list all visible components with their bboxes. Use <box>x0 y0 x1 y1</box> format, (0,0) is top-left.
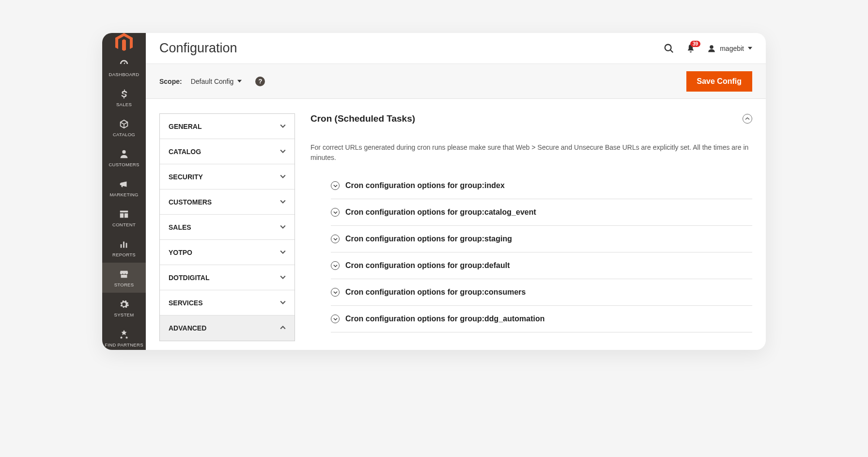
expand-icon <box>331 315 340 323</box>
sidebar-item-customers[interactable]: CUSTOMERS <box>102 142 146 173</box>
page-header: Configuration 39 magebi <box>146 33 766 64</box>
box-icon <box>119 118 129 130</box>
scope-help-button[interactable]: ? <box>255 77 265 86</box>
svg-rect-3 <box>124 213 128 218</box>
layout-icon <box>119 208 129 220</box>
svg-point-0 <box>122 150 125 153</box>
expand-icon <box>331 208 340 217</box>
scope-select[interactable]: Default Config <box>191 78 242 85</box>
cron-group-row[interactable]: Cron configuration options for group:def… <box>331 252 752 279</box>
expand-icon <box>331 235 340 243</box>
chevron-down-icon <box>333 237 338 241</box>
cron-group-row[interactable]: Cron configuration options for group:sta… <box>331 226 752 252</box>
sidebar-item-label: CONTENT <box>112 222 136 227</box>
sidebar-item-catalog[interactable]: CATALOG <box>102 112 146 142</box>
chevron-down-icon <box>333 210 338 215</box>
svg-point-9 <box>710 45 713 49</box>
svg-rect-1 <box>120 210 128 212</box>
search-button[interactable] <box>664 43 674 54</box>
config-nav-label: CUSTOMERS <box>169 198 212 206</box>
cron-group-label: Cron configuration options for group:ind… <box>345 181 505 190</box>
cron-group-label: Cron configuration options for group:sta… <box>345 235 512 243</box>
sidebar-item-label: MARKETING <box>109 192 138 197</box>
sidebar-item-label: CUSTOMERS <box>108 162 139 167</box>
svg-rect-2 <box>120 213 124 218</box>
sidebar-item-label: DASHBOARD <box>109 72 140 77</box>
sidebar-item-label: STORES <box>114 282 134 287</box>
config-nav-label: YOTPO <box>169 249 192 256</box>
sidebar-item-content[interactable]: CONTENT <box>102 203 146 233</box>
store-icon <box>119 268 129 280</box>
magento-logo[interactable] <box>102 33 146 52</box>
config-content: GENERALCATALOGSECURITYCUSTOMERSSALESYOTP… <box>146 99 766 350</box>
user-name: magebit <box>720 45 744 52</box>
chevron-down-icon <box>280 173 286 179</box>
megaphone-icon <box>119 178 129 190</box>
config-nav-customers[interactable]: CUSTOMERS <box>160 189 294 215</box>
cron-group-label: Cron configuration options for group:ddg… <box>345 315 545 323</box>
chevron-down-icon <box>280 123 286 129</box>
chevron-up-icon <box>745 116 750 121</box>
cron-group-row[interactable]: Cron configuration options for group:ddg… <box>331 306 752 332</box>
sidebar-item-marketing[interactable]: MARKETING <box>102 173 146 203</box>
cron-group-row[interactable]: Cron configuration options for group:ind… <box>331 173 752 199</box>
config-nav-label: SERVICES <box>169 299 203 307</box>
cron-group-row[interactable]: Cron configuration options for group:cat… <box>331 199 752 226</box>
config-nav-general[interactable]: GENERAL <box>160 114 294 139</box>
gear-icon <box>119 299 129 310</box>
panel-header[interactable]: Cron (Scheduled Tasks) <box>310 113 752 130</box>
sidebar-item-find-partners[interactable]: FIND PARTNERS <box>102 323 146 350</box>
sidebar-item-stores[interactable]: STORES <box>102 263 146 293</box>
cron-group-label: Cron configuration options for group:con… <box>345 288 526 297</box>
chevron-down-icon <box>280 224 286 230</box>
user-icon <box>707 44 716 53</box>
notification-badge: 39 <box>690 41 700 47</box>
chevron-down-icon <box>333 184 338 188</box>
panel-collapse-button[interactable] <box>743 114 752 124</box>
config-nav-advanced[interactable]: ADVANCED <box>160 315 294 341</box>
main-area: Configuration 39 magebi <box>146 33 766 350</box>
config-nav-services[interactable]: SERVICES <box>160 290 294 315</box>
config-nav-label: CATALOG <box>169 148 201 156</box>
sidebar-item-label: REPORTS <box>112 252 136 257</box>
config-nav-security[interactable]: SECURITY <box>160 164 294 189</box>
config-nav-sales[interactable]: SALES <box>160 215 294 240</box>
config-nav-label: SECURITY <box>169 173 203 181</box>
chevron-up-icon <box>280 325 286 331</box>
admin-window: DASHBOARDSALESCATALOGCUSTOMERSMARKETINGC… <box>102 33 766 350</box>
scope-label: Scope: <box>159 78 182 85</box>
chevron-down-icon <box>280 148 286 154</box>
config-nav-label: SALES <box>169 223 191 231</box>
dollar-icon <box>119 88 129 100</box>
chevron-down-icon <box>280 299 286 305</box>
cron-group-row[interactable]: Cron configuration options for group:con… <box>331 279 752 306</box>
sidebar-item-reports[interactable]: REPORTS <box>102 233 146 263</box>
save-config-button[interactable]: Save Config <box>686 71 752 92</box>
sidebar-item-dashboard[interactable]: DASHBOARD <box>102 52 146 82</box>
page-title: Configuration <box>159 41 664 56</box>
sidebar-item-label: FIND PARTNERS <box>105 342 143 347</box>
cron-group-label: Cron configuration options for group:cat… <box>345 208 536 217</box>
search-icon <box>664 43 674 54</box>
notifications-button[interactable]: 39 <box>686 44 696 53</box>
chevron-down-icon <box>333 290 338 295</box>
config-nav-catalog[interactable]: CATALOG <box>160 139 294 164</box>
admin-sidebar: DASHBOARDSALESCATALOGCUSTOMERSMARKETINGC… <box>102 33 146 350</box>
sidebar-item-label: SALES <box>116 102 132 107</box>
config-nav-dotdigital[interactable]: DOTDIGITAL <box>160 265 294 290</box>
sidebar-item-sales[interactable]: SALES <box>102 82 146 112</box>
expand-icon <box>331 288 340 297</box>
cron-group-label: Cron configuration options for group:def… <box>345 261 510 270</box>
magento-logo-icon <box>115 33 133 52</box>
config-nav-yotpo[interactable]: YOTPO <box>160 240 294 265</box>
chevron-down-icon <box>333 264 338 268</box>
bars-icon <box>119 238 129 250</box>
svg-rect-6 <box>126 243 127 248</box>
svg-rect-4 <box>121 244 122 248</box>
config-section-nav: GENERALCATALOGSECURITYCUSTOMERSSALESYOTP… <box>159 113 295 341</box>
sidebar-item-system[interactable]: SYSTEM <box>102 293 146 323</box>
user-menu[interactable]: magebit <box>707 44 752 53</box>
panel-description: For correct URLs generated during cron r… <box>310 142 752 163</box>
config-nav-label: DOTDIGITAL <box>169 274 210 282</box>
chevron-down-icon <box>333 317 338 321</box>
